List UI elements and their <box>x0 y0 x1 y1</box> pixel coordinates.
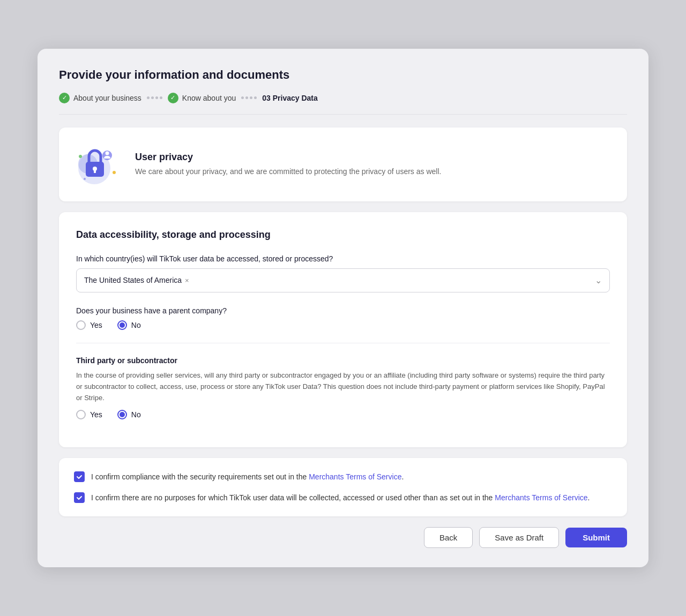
step-dots-2 <box>241 96 257 99</box>
step-1-label: About your business <box>73 94 141 102</box>
confirm-1-checkbox[interactable] <box>74 471 85 482</box>
third-party-title-label: Third party or subcontractor <box>76 356 610 365</box>
step-dots-1 <box>147 96 162 99</box>
privacy-banner-text: User privacy We care about your privacy,… <box>135 152 441 177</box>
third-no-radio[interactable]: No <box>117 410 141 419</box>
footer-buttons: Back Save as Draft Submit <box>59 527 627 548</box>
privacy-banner: User privacy We care about your privacy,… <box>59 127 627 201</box>
parent-yes-radio[interactable]: Yes <box>76 320 102 330</box>
form-card: Data accessibility, storage and processi… <box>59 212 627 447</box>
step-2-check-icon: ✓ <box>168 93 178 103</box>
third-party-radio-group: Yes No <box>76 410 610 419</box>
third-party-desc: In the course of providing seller servic… <box>76 370 610 403</box>
third-yes-radio-outer <box>76 410 86 419</box>
save-draft-button[interactable]: Save as Draft <box>479 527 559 548</box>
svg-point-9 <box>84 178 86 180</box>
modal-container: Provide your information and documents ✓… <box>38 49 648 567</box>
confirm-2-text: I confirm there are no purposes for whic… <box>91 492 590 504</box>
page-title: Provide your information and documents <box>59 68 627 82</box>
back-button[interactable]: Back <box>424 527 473 548</box>
country-tags: The United States of America × <box>84 276 595 284</box>
parent-company-radio-group: Yes No <box>76 320 610 330</box>
parent-no-radio-inner <box>120 322 125 328</box>
step-2-label: Know about you <box>182 94 236 102</box>
step-2: ✓ Know about you <box>168 93 236 103</box>
svg-point-7 <box>79 155 82 158</box>
merchants-tos-link-1[interactable]: Merchants Terms of Service <box>309 472 401 481</box>
checkmark-2-icon <box>76 494 83 501</box>
third-no-label: No <box>131 410 141 419</box>
third-no-radio-outer <box>117 410 127 419</box>
parent-no-radio-outer <box>117 320 127 330</box>
parent-no-radio[interactable]: No <box>117 320 141 330</box>
parent-no-label: No <box>131 321 141 329</box>
svg-point-6 <box>106 151 109 155</box>
confirm-2-checkbox[interactable] <box>74 492 85 503</box>
step-3-label: 03 Privacy Data <box>262 94 318 102</box>
third-party-block: Third party or subcontractor In the cour… <box>76 356 610 419</box>
step-1: ✓ About your business <box>59 93 141 103</box>
country-question-block: In which country(ies) will TikTok user d… <box>76 254 610 292</box>
checkmark-1-icon <box>76 474 83 480</box>
country-label: In which country(ies) will TikTok user d… <box>76 254 610 263</box>
stepper: ✓ About your business ✓ Know about you 0… <box>59 93 627 115</box>
privacy-illustration <box>74 140 122 189</box>
merchants-tos-link-2[interactable]: Merchants Terms of Service <box>495 493 587 502</box>
parent-yes-label: Yes <box>90 321 102 329</box>
select-chevron-icon: ⌄ <box>595 275 602 286</box>
submit-button[interactable]: Submit <box>565 528 627 547</box>
country-tag: The United States of America × <box>84 276 189 284</box>
step-3: 03 Privacy Data <box>262 94 318 102</box>
form-section-title: Data accessibility, storage and processi… <box>76 229 610 241</box>
parent-company-label: Does your business have a parent company… <box>76 306 610 315</box>
country-tag-value: The United States of America <box>84 276 182 284</box>
third-yes-label: Yes <box>90 410 102 419</box>
step-1-check-icon: ✓ <box>59 93 70 103</box>
country-select[interactable]: The United States of America × ⌄ <box>76 268 610 292</box>
privacy-banner-title: User privacy <box>135 152 441 163</box>
confirm-row-2: I confirm there are no purposes for whic… <box>74 492 612 504</box>
divider-1 <box>76 343 610 343</box>
parent-company-block: Does your business have a parent company… <box>76 306 610 330</box>
svg-rect-4 <box>94 170 96 173</box>
third-yes-radio[interactable]: Yes <box>76 410 102 419</box>
country-tag-remove[interactable]: × <box>185 276 189 284</box>
confirm-1-text: I confirm compliance with the security r… <box>91 471 404 483</box>
confirmations-section: I confirm compliance with the security r… <box>59 458 627 516</box>
svg-point-8 <box>113 171 116 174</box>
third-no-radio-inner <box>120 412 125 417</box>
privacy-banner-desc: We care about your privacy, and we are c… <box>135 166 441 177</box>
parent-yes-radio-outer <box>76 320 86 330</box>
confirm-row-1: I confirm compliance with the security r… <box>74 471 612 483</box>
